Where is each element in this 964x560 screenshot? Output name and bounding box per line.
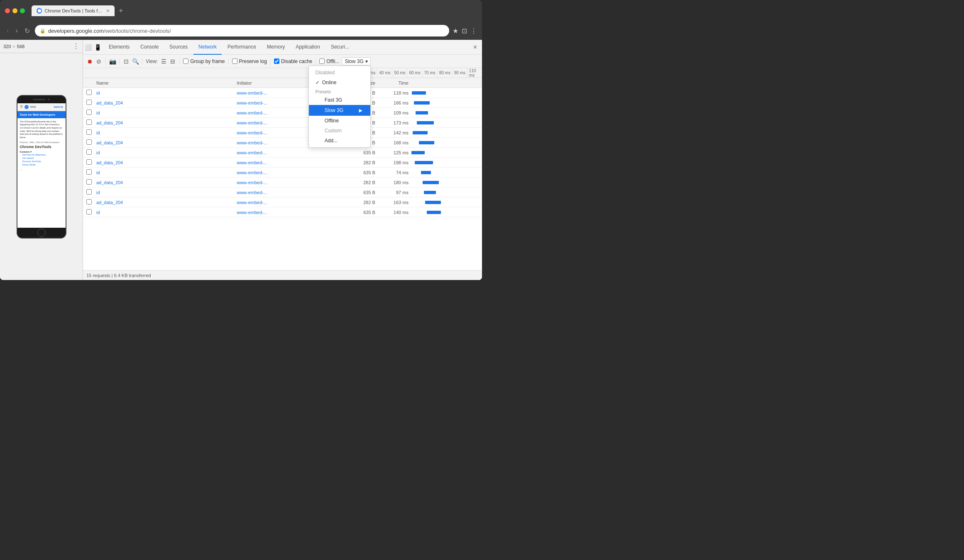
throttle-option-slow3g-label: Slow 3G — [325, 107, 343, 113]
back-button[interactable]: ‹ — [5, 25, 10, 36]
throttle-option-add[interactable]: Add... — [309, 136, 370, 146]
tab-network[interactable]: Network — [193, 40, 222, 55]
header-name-col: Name — [96, 80, 237, 85]
table-row[interactable]: id www-embed-... 635 B 142 ms — [83, 128, 482, 138]
throttle-option-fast3g[interactable]: Fast 3G — [309, 95, 370, 105]
table-row[interactable]: ad_data_204 www-embed-... 282 B 166 ms — [83, 98, 482, 108]
row-checkbox[interactable] — [86, 139, 96, 146]
throttle-dropdown[interactable]: Slow 3G ▾ Disabled ✓ Online Preset — [342, 57, 370, 66]
preserve-log-checkbox[interactable]: Preserve log — [232, 58, 267, 64]
select-element-icon[interactable]: ⬜ — [85, 44, 92, 51]
presets-label: Presets — [316, 89, 331, 94]
close-traffic-light[interactable] — [5, 8, 10, 13]
disable-cache-checkbox[interactable]: Disable cache — [274, 58, 312, 64]
table-row[interactable]: id www-embed-... 635 B 125 ms — [83, 148, 482, 158]
table-row[interactable]: id www-embed-... 635 B 97 ms — [83, 187, 482, 197]
forward-button[interactable]: › — [14, 25, 19, 36]
menu-button[interactable]: ⋮ — [470, 27, 477, 35]
table-row[interactable]: id www-embed-... 635 B 109 ms — [83, 108, 482, 118]
timeline-mark-110: 110 ms — [467, 68, 482, 78]
filter-button[interactable]: ⊡ — [123, 58, 130, 65]
throttle-option-offline[interactable]: Offline — [309, 116, 370, 126]
url-bar[interactable]: 🔒 developers.google.com/web/tools/chrome… — [35, 25, 449, 37]
table-row[interactable]: id www-embed-... 635 B 74 ms — [83, 168, 482, 178]
row-checkbox[interactable] — [86, 189, 96, 195]
tab-security[interactable]: Securi... — [326, 40, 354, 55]
toolbar-separator-2 — [119, 58, 120, 65]
table-row[interactable]: ad_data_204 www-embed-... 282 B 198 ms — [83, 158, 482, 168]
row-checkbox[interactable] — [86, 110, 96, 116]
row-checkbox[interactable] — [86, 179, 96, 185]
stop-button[interactable]: ⊘ — [95, 58, 102, 65]
row-checkbox[interactable] — [86, 129, 96, 136]
minimize-traffic-light[interactable] — [12, 8, 17, 13]
bookmark-button[interactable]: ★ — [453, 27, 458, 35]
table-row[interactable]: id www-embed-... 635 B 118 ms — [83, 88, 482, 98]
row-checkbox[interactable] — [86, 100, 96, 106]
table-row[interactable]: ad_data_204 www-embed-... 282 B 163 ms — [83, 197, 482, 207]
row-waterfall — [409, 197, 479, 207]
throttle-option-custom-label: Custom — [325, 128, 342, 134]
phone-home-button[interactable] — [37, 229, 46, 237]
tab-sources[interactable]: Sources — [164, 40, 193, 55]
phone-signin-button[interactable]: SIGN IN — [54, 106, 63, 108]
row-checkbox[interactable] — [86, 199, 96, 205]
reload-button[interactable]: ↻ — [23, 25, 32, 37]
offline-input[interactable] — [319, 58, 325, 64]
table-row[interactable]: ad_data_204 www-embed-... 282 B 173 ms — [83, 118, 482, 128]
tab-console[interactable]: Console — [135, 40, 164, 55]
timeline-mark-90: 90 ms — [452, 68, 467, 78]
group-by-frame-input[interactable] — [183, 58, 188, 64]
offline-label: Offli... — [326, 58, 339, 64]
disable-cache-input[interactable] — [274, 58, 279, 64]
phone-body: The #ChromeDevSummit site is live, happe… — [17, 118, 66, 173]
row-initiator: www-embed-... — [237, 210, 342, 215]
tab-memory[interactable]: Memory — [262, 40, 290, 55]
throttle-option-add-label: Add... — [325, 138, 338, 144]
row-waterfall — [409, 138, 479, 147]
table-row[interactable]: ad_data_204 www-embed-... 282 B 180 ms — [83, 178, 482, 187]
phone-nav-title: Web — [30, 105, 52, 108]
tab-performance[interactable]: Performance — [223, 40, 261, 55]
search-button[interactable]: 🔍 — [132, 58, 139, 65]
row-checkbox[interactable] — [86, 159, 96, 166]
camera-button[interactable]: 📷 — [109, 58, 116, 65]
new-tab-button[interactable]: + — [116, 6, 126, 16]
throttle-option-online[interactable]: ✓ Online — [309, 78, 370, 88]
row-initiator: www-embed-... — [237, 160, 342, 165]
row-checkbox[interactable] — [86, 169, 96, 175]
table-row[interactable]: id www-embed-... 635 B 140 ms — [83, 207, 482, 217]
row-checkbox[interactable] — [86, 119, 96, 126]
preserve-log-input[interactable] — [232, 58, 237, 64]
maximize-traffic-light[interactable] — [20, 8, 25, 13]
group-by-frame-checkbox[interactable]: Group by frame — [183, 58, 225, 64]
cast-button[interactable]: ⊡ — [462, 27, 467, 35]
tab-elements[interactable]: Elements — [104, 40, 135, 55]
tab-application[interactable]: Application — [291, 40, 325, 55]
phone-content-item-1: DevTools for Beginners — [20, 153, 63, 156]
row-checkbox[interactable] — [86, 209, 96, 215]
device-mode-icon[interactable]: 📱 — [94, 44, 101, 51]
device-separator: × — [12, 44, 15, 49]
devtools-close-button[interactable]: × — [470, 42, 480, 53]
large-rows-button[interactable]: ⊟ — [169, 58, 176, 65]
network-table[interactable]: Name Initiator Size Time id www-embed-..… — [83, 78, 482, 270]
row-time: 125 ms — [375, 150, 409, 155]
tab-close-button[interactable]: × — [106, 8, 110, 14]
offline-checkbox[interactable]: Offli... — [319, 58, 339, 64]
list-view-button[interactable]: ☰ — [160, 58, 167, 65]
device-more-button[interactable]: ⋮ — [73, 42, 79, 50]
throttle-option-custom[interactable]: Custom — [309, 126, 370, 136]
row-time: 74 ms — [375, 170, 409, 175]
row-name: id — [96, 170, 237, 175]
row-checkbox[interactable] — [86, 149, 96, 156]
throttle-button[interactable]: Slow 3G ▾ — [342, 57, 370, 66]
record-button[interactable]: ⏺ — [86, 58, 93, 65]
throttle-option-disabled[interactable]: Disabled — [309, 68, 370, 78]
toolbar-separator-1 — [105, 58, 106, 65]
tab-favicon-inner — [38, 9, 41, 12]
browser-tab-active[interactable]: Chrome DevTools | Tools for W × — [32, 5, 115, 16]
row-checkbox[interactable] — [86, 90, 96, 96]
table-row[interactable]: ad_data_204 www-embed-... 282 B 168 ms — [83, 138, 482, 148]
throttle-option-slow3g[interactable]: Slow 3G ► — [309, 105, 370, 116]
